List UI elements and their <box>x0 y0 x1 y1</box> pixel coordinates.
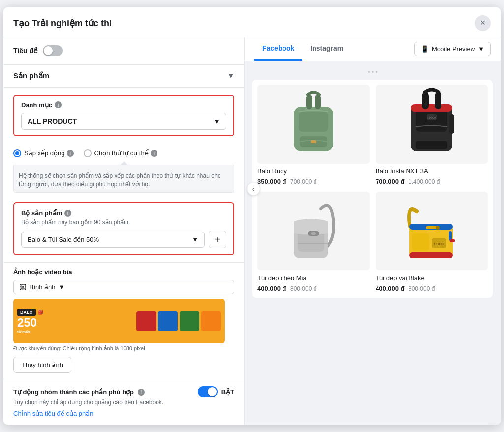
tu-dong-label: Tự động nhóm thành các phần phù hợp i <box>13 388 194 396</box>
thumb3 <box>180 311 199 331</box>
product-name: Túi đeo vai Blake <box>376 274 488 282</box>
cover-image-preview: BALO 🎒 250 từ mức <box>13 299 225 343</box>
svg-rect-9 <box>422 92 429 109</box>
tu-dong-desc: Tùy chọn này chỉ áp dụng cho quảng cáo t… <box>13 399 234 406</box>
chinh-sua-link[interactable]: Chỉnh sửa tiêu đề của phần <box>13 410 93 417</box>
mobile-icon: 📱 <box>421 45 429 53</box>
image-icon: 🖼 <box>20 283 26 291</box>
product-original-price: 800.000 đ <box>290 285 316 292</box>
sale-number: 250 <box>17 317 37 329</box>
danh-muc-info-icon[interactable]: i <box>55 101 62 108</box>
product-grid: ‹ <box>252 80 493 298</box>
product-price: 400.000 đ <box>376 285 405 292</box>
pagination-dots: • • • <box>252 69 493 76</box>
product-price: 350.000 đ <box>257 178 286 185</box>
product-card: Balo Rudy 350.000 đ 700.000 đ <box>257 85 370 186</box>
anh-section: Ảnh hoặc video bìa 🖼 Hình ảnh ▼ BALO 🎒 <box>3 262 244 379</box>
mobile-preview-button[interactable]: 📱 Mobile Preview ▼ <box>414 42 491 56</box>
modal-body: Tiêu đề Sản phẩm ▼ Danh mục i ALL PRODUC… <box>3 37 501 425</box>
modal: Tạo Trải nghiệm tức thì × Tiêu đề Sản ph… <box>3 7 501 425</box>
backpack-green-svg <box>284 87 343 161</box>
product-pricing: 700.000 đ 1.400.000 đ <box>376 177 488 186</box>
bo-san-pham-select[interactable]: Balo & Túi Sale đến 50% ▼ <box>21 232 205 248</box>
sort-specific-radio <box>84 149 92 157</box>
tu-dong-info-icon[interactable]: i <box>138 389 145 396</box>
danh-muc-label: Danh mục i <box>21 101 226 109</box>
svg-rect-10 <box>435 92 441 109</box>
danh-muc-chevron-icon: ▼ <box>213 117 220 125</box>
thumb2 <box>158 311 178 331</box>
hinh-anh-button[interactable]: 🖼 Hình ảnh ▼ <box>13 280 234 294</box>
danh-muc-box: Danh mục i ALL PRODUCT ▼ <box>13 95 234 136</box>
preview-tabs: Facebook Instagram <box>254 37 351 61</box>
product-original-price: 800.000 đ <box>409 285 435 292</box>
svg-text:LOGO: LOGO <box>434 242 444 246</box>
sort-dynamic-info-icon[interactable]: i <box>67 150 74 157</box>
modal-header: Tạo Trải nghiệm tức thì × <box>3 7 501 37</box>
hinh-anh-chevron-icon: ▼ <box>59 283 65 291</box>
san-pham-section[interactable]: Sản phẩm ▼ <box>3 65 244 88</box>
product-original-price: 700.000 đ <box>290 178 316 185</box>
preview-header: Facebook Instagram 📱 Mobile Preview ▼ <box>245 37 501 61</box>
svg-rect-14 <box>416 141 447 149</box>
product-image <box>257 192 370 270</box>
prev-arrow[interactable]: ‹ <box>247 182 260 196</box>
tab-instagram[interactable]: Instagram <box>302 37 351 61</box>
product-name: Balo Insta NXT 3A <box>376 167 488 175</box>
product-name: Balo Rudy <box>257 167 370 175</box>
tu-dong-row: Tự động nhóm thành các phần phù hợp i BẬ… <box>13 386 234 397</box>
svg-rect-3 <box>315 95 321 109</box>
svg-rect-18 <box>311 232 316 235</box>
product-pricing: 350.000 đ 700.000 đ <box>257 177 370 186</box>
danh-muc-select[interactable]: ALL PRODUCT ▼ <box>21 113 226 130</box>
close-button[interactable]: × <box>475 15 491 31</box>
bo-san-pham-desc: Bộ sản phẩm này bao gồm 90 sản phẩm. <box>21 219 226 226</box>
sort-dynamic-radio <box>13 149 21 157</box>
svg-rect-11 <box>449 114 454 134</box>
tieu-de-toggle[interactable] <box>43 45 63 56</box>
crossbody-grey-svg <box>284 194 343 268</box>
bo-san-pham-label: Bộ sản phẩm i <box>21 209 226 217</box>
product-name: Túi đeo chéo Mia <box>257 274 370 282</box>
hinh-anh-label: Hình ảnh <box>29 283 56 291</box>
svg-rect-7 <box>416 109 447 132</box>
thumb1 <box>136 311 156 331</box>
cover-image-inner: BALO 🎒 250 từ mức <box>13 299 225 343</box>
tieu-de-section: Tiêu đề <box>3 37 244 65</box>
bat-label: BẬT <box>221 388 234 396</box>
sort-specific-label: Chọn thứ tự cụ thể i <box>94 149 158 157</box>
svg-rect-2 <box>306 95 312 109</box>
add-bo-san-pham-button[interactable]: + <box>209 231 226 248</box>
product-image <box>257 85 370 164</box>
product-card: LOGO Balo Insta NXT 3A 700.000 đ 1.400.0… <box>376 85 488 186</box>
tieu-de-label: Tiêu đề <box>13 47 38 55</box>
tu-icon: 🎒 <box>38 310 43 315</box>
tu-dong-section: Tự động nhóm thành các phần phù hợp i BẬ… <box>3 379 244 425</box>
tab-facebook[interactable]: Facebook <box>254 37 302 61</box>
bo-san-pham-row: Balo & Túi Sale đến 50% ▼ + <box>21 231 226 248</box>
product-image: LOGO <box>376 85 488 164</box>
sort-dynamic-option[interactable]: Sắp xếp động i <box>13 149 74 157</box>
right-panel: Facebook Instagram 📱 Mobile Preview ▼ • … <box>245 37 501 425</box>
preview-content: • • • ‹ <box>245 61 501 425</box>
tu-dong-toggle[interactable] <box>198 386 218 397</box>
sort-specific-info-icon[interactable]: i <box>151 150 158 157</box>
svg-rect-21 <box>410 252 453 258</box>
bo-san-pham-value: Balo & Túi Sale đến 50% <box>28 236 99 243</box>
thay-hinh-button[interactable]: Thay hình ảnh <box>13 357 71 373</box>
product-card: LOGO Túi đeo vai Blake 400.000 đ 8 <box>376 192 488 293</box>
svg-point-23 <box>436 226 440 230</box>
bo-san-pham-info-icon[interactable]: i <box>64 210 71 217</box>
tu-dong-toggle-knob <box>208 387 217 396</box>
thumb4 <box>201 311 221 331</box>
sort-options: Sắp xếp động i Chọn thứ tự cụ thể i <box>13 149 234 157</box>
mobile-preview-chevron-icon: ▼ <box>478 45 484 53</box>
svg-rect-5 <box>311 140 316 143</box>
product-price: 700.000 đ <box>376 178 405 185</box>
san-pham-label: Sản phẩm <box>13 71 49 80</box>
sort-specific-option[interactable]: Chọn thứ tự cụ thể i <box>84 149 158 157</box>
shoulder-yellow-svg: LOGO <box>402 194 461 268</box>
product-thumbnails <box>47 311 221 331</box>
bo-san-pham-box: Bộ sản phẩm i Bộ sản phẩm này bao gồm 90… <box>13 202 234 255</box>
modal-title: Tạo Trải nghiệm tức thì <box>13 18 112 29</box>
